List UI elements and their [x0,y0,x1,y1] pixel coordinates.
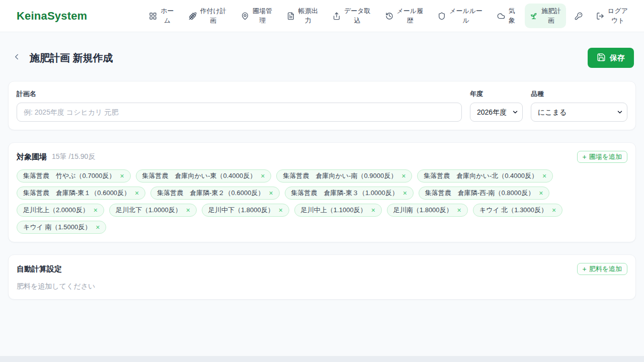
close-icon[interactable]: × [457,207,461,214]
field-chip: 集落営農 倉庫向かい-南（0.9000反）× [276,169,412,183]
back-button[interactable] [10,51,23,64]
field-chip: 集落営農 倉庫隣-西-南（0.8000反）× [419,187,550,200]
field-chip: 集落営農 倉庫向かい-北（0.4000反）× [417,169,553,183]
close-icon[interactable]: × [279,207,283,214]
variety-select[interactable]: にこまる [531,103,627,122]
close-icon[interactable]: × [94,207,98,214]
close-icon[interactable]: × [403,190,407,197]
close-icon[interactable]: × [261,172,265,179]
nav-item-weather[interactable]: 気 象 [492,4,520,29]
field-chip-label: 集落営農 倉庫向かい-南（0.9000反） [283,171,397,180]
field-chip: 足川南（1.8000反）× [387,204,468,217]
close-icon[interactable]: × [96,224,100,231]
save-button-label: 保存 [610,53,625,63]
target-fields-title: 対象圃場 [17,152,47,162]
close-icon[interactable]: × [135,190,139,197]
field-chip-label: 集落営農 竹やぶ（0.7000反） [23,171,115,180]
grid-icon [149,12,157,20]
field-chip-label: 集落営農 倉庫隣-東２（0.6000反） [157,189,264,198]
nav-item-label: ログア ウト [608,7,628,26]
field-chip-label: 集落営農 倉庫隣-東３（1.0000反） [291,189,398,198]
nav-item-label: 作付け計 画 [200,7,226,26]
map-pin-icon [241,12,249,20]
close-icon[interactable]: × [371,207,375,214]
plan-basics-card: 計画名 年度 2026年度 品種 にこまる [8,81,636,130]
add-field-button[interactable]: + 圃場を追加 [577,151,628,163]
main-content: 施肥計画 新規作成 保存 計画名 年度 2026年度 品種 [0,48,644,300]
target-fields-summary: 15筆 /15.90反 [52,152,95,161]
field-chip: 集落営農 倉庫隣-東２（0.6000反）× [150,187,279,200]
upload-icon [333,12,341,20]
field-chip: キウイ 北（1.3000反）× [473,204,562,217]
save-icon [597,53,606,63]
nav-item-label: ホー ム [160,7,174,26]
close-icon[interactable]: × [401,172,406,179]
nav-items: ホー ム 作付け計 画 圃場管 理 帳票出 力 データ取 込 メール履 歴 メー… [144,4,633,29]
field-chip: 集落営農 竹やぶ（0.7000反）× [17,169,131,183]
field-chip-label: 足川中下（1.8000反） [208,206,274,215]
fertilizer-empty-text: 肥料を追加してください [17,282,627,291]
field-chip-label: 足川中上（1.1000反） [301,206,367,215]
shield-icon [438,12,446,20]
nav-item-planting-plan[interactable]: 作付け計 画 [184,4,231,29]
nav-item-label: 帳票出 力 [298,7,318,26]
page-title: 施肥計画 新規作成 [30,51,113,65]
close-icon[interactable]: × [186,207,190,214]
nav-item-logout[interactable]: ログア ウト [591,4,633,29]
logout-icon [596,12,604,20]
brand-logo: KeinaSystem [17,10,87,23]
add-fertilizer-button[interactable]: + 肥料を追加 [577,263,628,275]
nav-item-label: メール履 歴 [397,7,424,26]
nav-item-field-management[interactable]: 圃場管 理 [236,4,277,29]
field-chip-list: 集落営農 竹やぶ（0.7000反）× 集落営農 倉庫向かい-東（0.4000反）… [17,169,627,234]
add-fertilizer-button-label: 肥料を追加 [589,264,622,274]
nav-item-mail-history[interactable]: メール履 歴 [380,4,429,29]
close-icon[interactable]: × [552,207,556,214]
field-chip: 集落営農 倉庫向かい-東（0.4000反）× [136,169,272,183]
field-chip-label: 集落営農 倉庫隣-西-南（0.8000反） [425,189,534,198]
cloud-icon [497,12,505,20]
nav-item-fertilization-plan[interactable]: 施肥計 画 [525,4,566,29]
nav-item-home[interactable]: ホー ム [144,4,179,29]
nav-item-label: メールルー ル [449,7,482,26]
year-label: 年度 [470,89,523,99]
field-chip: 集落営農 倉庫隣-東１（0.6000反）× [17,187,145,200]
close-icon[interactable]: × [269,190,273,197]
plus-icon: + [583,153,587,160]
field-chip-label: 足川北下（1.0000反） [116,206,182,215]
auto-calc-title: 自動計算設定 [17,264,62,274]
chevron-left-icon [12,52,21,63]
target-fields-card: 対象圃場 15筆 /15.90反 + 圃場を追加 集落営農 竹やぶ（0.7000… [8,142,636,242]
field-chip: 集落営農 倉庫隣-東３（1.0000反）× [285,187,414,200]
plan-name-label: 計画名 [17,89,462,99]
close-icon[interactable]: × [539,190,543,197]
field-chip-label: 足川南（1.8000反） [393,206,453,215]
close-icon[interactable]: × [120,172,124,179]
nav-item-label: 施肥計 画 [541,7,561,26]
history-icon [385,12,393,20]
nav-item-report-output[interactable]: 帳票出 力 [282,4,323,29]
nav-item-label: 気 象 [509,7,515,26]
field-chip: 足川北下（1.0000反）× [109,204,197,217]
year-select[interactable]: 2026年度 [470,103,523,122]
field-chip: 足川中下（1.8000反）× [202,204,289,217]
nav-item-key[interactable] [571,9,587,23]
nav-item-data-import[interactable]: データ取 込 [328,4,376,29]
save-button[interactable]: 保存 [588,48,634,68]
plan-name-input[interactable] [17,103,462,122]
variety-label: 品種 [531,89,627,99]
key-icon [575,12,583,20]
nav-item-label: 圃場管 理 [253,7,272,26]
nav-item-mail-rules[interactable]: メールルー ル [433,4,488,29]
add-field-button-label: 圃場を追加 [589,152,622,161]
close-icon[interactable]: × [542,172,546,179]
field-chip-label: キウイ 北（1.3000反） [479,206,547,215]
document-icon [287,12,295,20]
sprout-icon [530,12,538,20]
field-chip: 足川北上（2.0000反）× [17,204,104,217]
field-chip-label: 集落営農 倉庫隣-東１（0.6000反） [23,189,130,198]
field-chip-label: 集落営農 倉庫向かい-東（0.4000反） [142,171,257,180]
field-chip: キウイ 南（1.5000反）× [17,221,106,234]
field-chip-label: キウイ 南（1.5000反） [23,223,91,232]
field-chip-label: 足川北上（2.0000反） [23,206,89,215]
